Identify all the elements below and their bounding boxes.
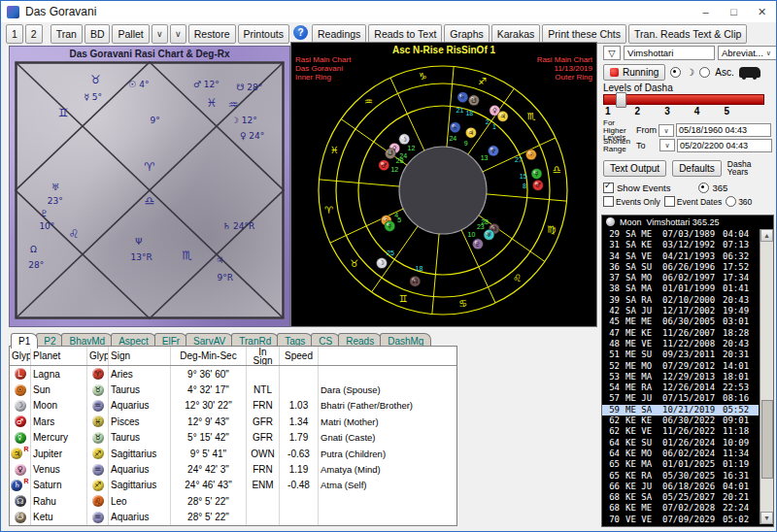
toolbar-dropdown[interactable]: ∨ xyxy=(170,24,186,44)
toolbar-button-tran-reads-text-clip[interactable]: Tran. Reads Text & Clip xyxy=(628,24,747,44)
dasha-row[interactable]: 59ME SA10/21/201905:52 xyxy=(602,405,759,416)
to-drop-button[interactable]: ∨ xyxy=(659,139,675,151)
table-row[interactable]: LLagna♈Aries9° 36' 60" xyxy=(10,366,456,382)
dasha-row[interactable]: 57ME JU07/15/201708:16 xyxy=(602,393,759,404)
minimize-button[interactable]: – xyxy=(692,1,720,22)
toolbar-button-karakas[interactable]: Karakas xyxy=(491,24,541,44)
dasha-row[interactable]: 42SA JU12/17/200219:49 xyxy=(602,306,759,316)
dasha-row[interactable]: 37SA MO06/02/199717:34 xyxy=(602,273,759,283)
dasha-row[interactable]: 36SA SU06/26/199617:52 xyxy=(602,262,759,273)
rasi-label: ♊ xyxy=(58,106,69,119)
dasha-row[interactable]: 64KE SU01/26/202410:09 xyxy=(602,438,759,449)
365-radio[interactable] xyxy=(698,183,709,193)
dasha-row[interactable]: 51ME SU09/23/201120:31 xyxy=(602,349,759,360)
dasha-row[interactable]: 70VE VE07/09/202905:02 xyxy=(602,515,759,525)
table-row[interactable]: ☽Moon♒Aquarius12° 30' 22"FRN1.03Bhatri (… xyxy=(10,398,456,414)
dasha-scrollbar[interactable]: ▲ ▼ xyxy=(760,229,773,524)
event-dates-checkbox[interactable] xyxy=(664,196,675,207)
svg-text:1: 1 xyxy=(492,123,496,130)
dasha-row[interactable]: 29SA ME07/03/198904:04 xyxy=(602,229,759,240)
dasha-row[interactable]: 68KE SA05/25/202720:21 xyxy=(602,492,759,503)
wheel-inner-ring-caption: Rasi Main Chart Das Goravani Inner Ring xyxy=(295,55,351,82)
text-output-button[interactable]: Text Output xyxy=(603,160,666,177)
table-row[interactable]: ♄RSaturn♐Sagittarius24° 46' 43"ENM-0.48A… xyxy=(10,478,456,493)
dasha-row[interactable]: 38SA MA01/01/199901:41 xyxy=(602,283,759,294)
rasi-label: ☽ 12° xyxy=(231,116,257,125)
from-date-field[interactable]: 05/18/1960 04:43 xyxy=(676,123,771,137)
svg-text:13: 13 xyxy=(481,154,489,161)
car-icon[interactable] xyxy=(739,67,760,78)
running-indicator-icon xyxy=(610,68,619,77)
pisces-icon: ♓ xyxy=(92,416,104,427)
svg-text:♆: ♆ xyxy=(490,148,496,155)
toolbar-button-print-these-chts[interactable]: Print these Chts xyxy=(542,24,626,44)
dasha-row[interactable]: 64KE MO06/02/202411:34 xyxy=(602,449,759,459)
help-icon[interactable]: ? xyxy=(293,25,308,40)
sunrise-radio[interactable] xyxy=(670,67,681,78)
toolbar-button-graphs[interactable]: Graphs xyxy=(444,24,489,44)
toolbar-button-printouts[interactable]: Printouts xyxy=(238,24,289,44)
toolbar-button-2[interactable]: 2 xyxy=(25,24,43,44)
svg-text:☽: ☽ xyxy=(379,259,385,267)
dasha-row[interactable]: 66KE JU06/18/202604:01 xyxy=(602,482,759,492)
svg-text:10: 10 xyxy=(468,231,476,238)
toolbar-button-restore[interactable]: Restore xyxy=(188,24,236,44)
scroll-down-arrow[interactable]: ▼ xyxy=(760,512,773,524)
scroll-thumb[interactable] xyxy=(761,400,773,479)
dasha-row[interactable]: 31SA KE03/12/199207:13 xyxy=(602,240,759,250)
svg-text:♍: ♍ xyxy=(547,224,556,235)
table-row[interactable]: ☿Mercury♉Taurus5° 15' 42"GFR1.79Gnati (C… xyxy=(10,430,456,446)
toolbar-button-bd[interactable]: BD xyxy=(84,24,111,44)
to-date-field[interactable]: 05/20/2200 04:43 xyxy=(677,139,772,152)
dasha-row[interactable]: 65KE RA05/30/202516:31 xyxy=(602,471,759,482)
scroll-up-arrow[interactable]: ▲ xyxy=(760,229,773,242)
dasha-system-drop-button[interactable]: ▽ xyxy=(603,46,621,60)
dasha-row[interactable]: 48ME VE11/22/200820:43 xyxy=(602,339,759,349)
dasha-row[interactable]: 34SA VE04/21/199306:32 xyxy=(602,251,759,262)
abbreviation-select[interactable]: Abreviat... ∨ xyxy=(718,46,777,60)
toolbar-button-1[interactable]: 1 xyxy=(6,24,23,44)
dasha-row[interactable]: 53ME MA12/29/201318:01 xyxy=(602,372,759,382)
dasha-row[interactable]: 54ME RA12/26/201422:53 xyxy=(602,382,759,393)
toolbar-button-pallet[interactable]: Pallet xyxy=(112,24,149,44)
dasha-row[interactable]: 68KE ME07/02/202822:24 xyxy=(602,503,759,514)
asc-radio[interactable] xyxy=(699,67,710,78)
dasha-row[interactable]: 39SA RA02/10/200020:43 xyxy=(602,295,759,306)
tab-p1[interactable]: P1 xyxy=(11,333,38,349)
table-row[interactable]: ♂Mars♓Pisces12° 9' 43"GFR1.34Matri (Moth… xyxy=(10,414,456,429)
dasha-row[interactable]: 65KE MA01/01/202501:19 xyxy=(602,459,759,470)
dasha-row[interactable]: 62KE VE11/26/202211:18 xyxy=(602,426,759,437)
table-row[interactable]: ☋Ketu♒Aquarius28° 5' 22" xyxy=(10,510,456,525)
from-drop-button[interactable]: ∨ xyxy=(659,124,674,137)
dasha-row[interactable]: 52ME MO07/29/201214:01 xyxy=(602,361,759,372)
dasha-row[interactable]: 62KE KE06/30/202209:01 xyxy=(602,416,759,426)
toolbar-button-readings[interactable]: Readings xyxy=(312,24,366,44)
table-row[interactable]: ☊Rahu♌Leo28° 5' 22" xyxy=(10,493,456,509)
svg-text:♇: ♇ xyxy=(475,241,481,249)
table-row[interactable]: ☉Sun♉Taurus4° 32' 17"NTLDara (Spouse) xyxy=(10,382,456,397)
table-row[interactable]: ♀Venus♒Aquarius24° 42' 3"FRN1.19Amatya (… xyxy=(10,461,456,477)
maximize-button[interactable]: □ xyxy=(720,1,748,22)
toolbar-dropdown[interactable]: ∨ xyxy=(152,24,168,44)
close-button[interactable]: ✕ xyxy=(748,1,776,22)
dasha-row[interactable]: 47ME KE11/26/200718:28 xyxy=(602,328,759,339)
events-only-checkbox[interactable] xyxy=(603,196,614,207)
wheel-chart-title: Asc N-Rise RisSinOf 1 xyxy=(291,45,596,55)
running-button[interactable]: Running xyxy=(603,64,665,81)
defaults-button[interactable]: Defaults xyxy=(672,160,722,177)
toolbar-button-tran[interactable]: Tran xyxy=(51,24,83,44)
mercury-icon: ☿ xyxy=(15,432,26,444)
dasha-level-slider[interactable] xyxy=(603,94,764,105)
aquarius-icon: ♒ xyxy=(92,512,104,523)
360-radio[interactable] xyxy=(726,196,736,207)
planet-dot: ♃9 xyxy=(464,127,477,147)
taurus-icon: ♉ xyxy=(92,384,104,396)
show-events-checkbox[interactable] xyxy=(603,183,614,193)
table-row[interactable]: ♃RJupiter♐Sagittarius9° 5' 41"OWN-0.63Pu… xyxy=(10,446,456,461)
planet-dot: ☿15 xyxy=(520,168,542,179)
toolbar-button-reads-to-text[interactable]: Reads to Text xyxy=(368,24,442,44)
dasha-row[interactable]: 45ME ME06/30/200503:01 xyxy=(602,316,759,327)
asc-label: Asc. xyxy=(715,67,733,78)
svg-text:♈: ♈ xyxy=(324,205,333,216)
dasha-system-select[interactable]: Vimshottari xyxy=(624,46,715,60)
